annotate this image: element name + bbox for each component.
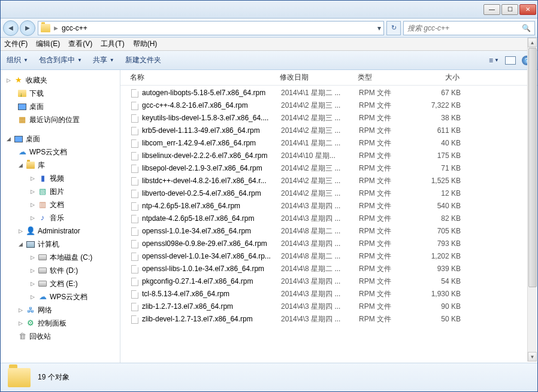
file-row[interactable]: libcom_err-1.42.9-4.el7.x86_64.rpm2014\4…	[120, 137, 537, 150]
preview-pane-button[interactable]	[505, 56, 516, 65]
file-row[interactable]: autogen-libopts-5.18-5.el7.x86_64.rpm201…	[120, 87, 537, 99]
col-name[interactable]: 名称	[130, 72, 280, 83]
file-row[interactable]: tcl-8.5.13-4.el7.x86_64.rpm2014\4\3 星期四 …	[120, 288, 537, 300]
file-size: 54 KB	[419, 276, 467, 287]
file-row[interactable]: openssl098e-0.9.8e-29.el7.x86_64.rpm2014…	[120, 238, 537, 250]
newfolder-button[interactable]: 新建文件夹	[125, 55, 161, 65]
file-name: zlib-1.2.7-13.el7.x86_64.rpm	[142, 301, 281, 312]
file-list: autogen-libopts-5.18-5.el7.x86_64.rpm201…	[120, 86, 537, 363]
file-type: RPM 文件	[359, 113, 419, 124]
sidebar-c-drive[interactable]: ▷本地磁盘 (C:)	[1, 251, 120, 264]
address-dropdown[interactable]: ▾	[377, 24, 381, 32]
sidebar-wpscloud[interactable]: ☁WPS云文档	[1, 145, 120, 159]
file-row[interactable]: libsepol-devel-2.1.9-3.el7.x86_64.rpm201…	[120, 162, 537, 175]
sidebar-recent[interactable]: ▦最近访问的位置	[1, 113, 120, 126]
sidebar: ▷★收藏夹 下载 桌面 ▦最近访问的位置 ◢桌面 ☁WPS云文档 ◢库 ▷▮视频…	[1, 70, 120, 363]
file-row[interactable]: krb5-devel-1.11.3-49.el7.x86_64.rpm2014\…	[120, 124, 537, 137]
maximize-button[interactable]: ☐	[501, 4, 518, 15]
col-type[interactable]: 类型	[358, 72, 418, 83]
file-size: 90 KB	[419, 301, 467, 312]
file-row[interactable]: gcc-c++-4.8.2-16.el7.x86_64.rpm2014\4\2 …	[120, 99, 537, 112]
file-date: 2014\4\3 星期四 ...	[281, 314, 359, 325]
file-name: openssl-libs-1.0.1e-34.el7.x86_64.rpm	[142, 263, 281, 275]
file-type: RPM 文件	[359, 238, 419, 250]
file-row[interactable]: openssl-1.0.1e-34.el7.x86_64.rpm2014\4\8…	[120, 225, 537, 238]
file-date: 2014\4\8 星期二 ...	[281, 251, 359, 262]
sidebar-downloads[interactable]: 下载	[1, 87, 120, 100]
sidebar-documents[interactable]: ▷▥文档	[1, 198, 120, 211]
scroll-down-button[interactable]: ▼	[528, 352, 537, 361]
file-type: RPM 文件	[359, 301, 419, 312]
sidebar-computer[interactable]: ◢计算机	[1, 238, 120, 251]
close-button[interactable]: ✕	[519, 4, 536, 15]
sidebar-wpscloud2[interactable]: ▷☁WPS云文档	[1, 290, 120, 303]
menu-view[interactable]: 查看(V)	[68, 39, 92, 49]
file-row[interactable]: openssl-libs-1.0.1e-34.el7.x86_64.rpm201…	[120, 263, 537, 275]
file-type: RPM 文件	[359, 100, 419, 111]
file-row[interactable]: zlib-devel-1.2.7-13.el7.x86_64.rpm2014\4…	[120, 313, 537, 326]
file-date: 2014\4\2 星期三 ...	[281, 125, 359, 136]
forward-button[interactable]: ►	[20, 20, 35, 36]
menu-file[interactable]: 文件(F)	[4, 39, 28, 49]
file-name: libsepol-devel-2.1.9-3.el7.x86_64.rpm	[142, 163, 281, 174]
sidebar-video[interactable]: ▷▮视频	[1, 172, 120, 185]
col-size[interactable]: 大小	[418, 72, 466, 83]
sidebar-desktop[interactable]: 桌面	[1, 100, 120, 113]
sidebar-d-drive[interactable]: ▷软件 (D:)	[1, 264, 120, 277]
sidebar-network[interactable]: ▷🖧网络	[1, 303, 120, 317]
organize-button[interactable]: 组织▼	[7, 55, 28, 65]
file-row[interactable]: zlib-1.2.7-13.el7.x86_64.rpm2014\4\3 星期四…	[120, 300, 537, 313]
file-icon	[130, 177, 140, 186]
view-options-button[interactable]: ≡ ▼	[489, 56, 499, 65]
file-icon	[130, 290, 140, 299]
file-row[interactable]: openssl-devel-1.0.1e-34.el7.x86_64.rp...…	[120, 250, 537, 263]
menu-help[interactable]: 帮助(H)	[133, 39, 158, 49]
file-size: 82 KB	[419, 213, 467, 224]
file-row[interactable]: ntp-4.2.6p5-18.el7.x86_64.rpm2014\4\3 星期…	[120, 200, 537, 212]
search-input[interactable]	[407, 24, 522, 32]
nav-buttons: ◄ ►	[3, 20, 35, 36]
file-date: 2014\4\2 星期三 ...	[281, 113, 359, 124]
menu-edit[interactable]: 编辑(E)	[36, 39, 60, 49]
sidebar-desktop-root[interactable]: ◢桌面	[1, 132, 120, 145]
scroll-up-button[interactable]: ▲	[528, 38, 537, 47]
sidebar-e-drive[interactable]: ▷文档 (E:)	[1, 277, 120, 290]
file-row[interactable]: ntpdate-4.2.6p5-18.el7.x86_64.rpm2014\4\…	[120, 212, 537, 225]
sidebar-music[interactable]: ▷♪音乐	[1, 211, 120, 224]
file-name: openssl-devel-1.0.1e-34.el7.x86_64.rp...	[142, 251, 281, 262]
sidebar-pictures[interactable]: ▷▧图片	[1, 185, 120, 198]
toolbar: 组织▼ 包含到库中▼ 共享▼ 新建文件夹 ≡ ▼ ?	[1, 51, 537, 70]
file-row[interactable]: keyutils-libs-devel-1.5.8-3.el7.x86_64..…	[120, 112, 537, 124]
sidebar-favorites[interactable]: ▷★收藏夹	[1, 74, 120, 87]
file-date: 2014\4\3 星期四 ...	[281, 301, 359, 312]
minimize-button[interactable]: —	[483, 4, 500, 15]
file-icon	[130, 214, 140, 224]
search-bar[interactable]: 🔍	[403, 21, 535, 35]
file-date: 2014\4\3 星期四 ...	[281, 238, 359, 250]
search-icon[interactable]: 🔍	[522, 24, 531, 32]
file-size: 175 KB	[419, 150, 467, 162]
file-name: pkgconfig-0.27.1-4.el7.x86_64.rpm	[142, 276, 281, 287]
menu-tools[interactable]: 工具(T)	[101, 39, 124, 49]
file-icon	[130, 114, 140, 123]
back-button[interactable]: ◄	[3, 20, 19, 36]
col-date[interactable]: 修改日期	[280, 72, 358, 83]
file-row[interactable]: libverto-devel-0.2.5-4.el7.x86_64.rpm201…	[120, 187, 537, 200]
sidebar-control[interactable]: ▷⚙控制面板	[1, 317, 120, 330]
file-row[interactable]: libstdc++-devel-4.8.2-16.el7.x86_64.r...…	[120, 175, 537, 187]
share-button[interactable]: 共享▼	[93, 55, 114, 65]
file-row[interactable]: libselinux-devel-2.2.2-6.el7.x86_64.rpm2…	[120, 150, 537, 162]
file-type: RPM 文件	[359, 87, 419, 99]
sidebar-admin[interactable]: ▷👤Administrator	[1, 224, 120, 238]
file-type: RPM 文件	[359, 125, 419, 136]
sidebar-recycle[interactable]: 🗑回收站	[1, 330, 120, 343]
scroll-thumb[interactable]	[528, 48, 537, 287]
include-button[interactable]: 包含到库中▼	[39, 55, 82, 65]
sidebar-library[interactable]: ◢库	[1, 159, 120, 172]
refresh-button[interactable]: ↻	[386, 21, 401, 35]
file-icon	[130, 126, 140, 136]
scrollbar[interactable]: ▲ ▼	[527, 38, 537, 361]
file-row[interactable]: pkgconfig-0.27.1-4.el7.x86_64.rpm2014\4\…	[120, 275, 537, 288]
address-bar[interactable]: ▶ gcc-c++ ▾	[38, 21, 384, 35]
body: ▷★收藏夹 下载 桌面 ▦最近访问的位置 ◢桌面 ☁WPS云文档 ◢库 ▷▮视频…	[1, 70, 537, 363]
